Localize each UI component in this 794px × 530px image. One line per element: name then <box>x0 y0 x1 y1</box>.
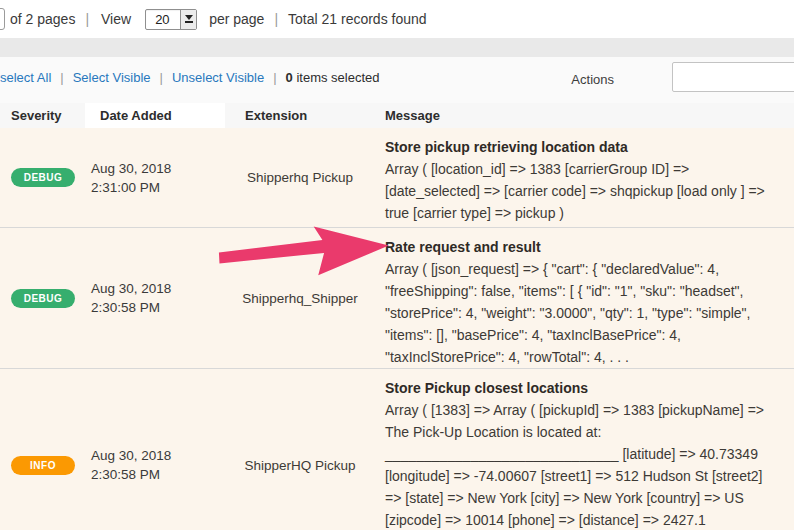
message-body: Array ( [location_id] => 1383 [carrierGr… <box>385 158 780 224</box>
message-title: Store pickup retrieving location data <box>385 136 780 158</box>
selected-suffix: items selected <box>293 70 380 85</box>
selected-count: 0 <box>286 70 293 85</box>
separator: | <box>160 70 163 85</box>
message-cell: Store Pickup closest locations Array ( [… <box>375 369 794 530</box>
total-records-label: Total 21 records found <box>288 11 427 27</box>
of-pages-label: of 2 pages <box>10 11 75 27</box>
unselect-visible-link[interactable]: Unselect Visible <box>172 70 264 85</box>
actions-label: Actions <box>571 57 614 103</box>
message-body: Array ( [json_request] => { "cart": { "d… <box>385 258 780 368</box>
message-title: Store Pickup closest locations <box>385 377 780 399</box>
pagination-bar: of 2 pages | View 20 per page | Total 21… <box>0 0 794 38</box>
per-page-select[interactable]: 20 <box>145 9 197 30</box>
select-all-link[interactable]: select All <box>0 70 51 85</box>
message-cell: Store pickup retrieving location data Ar… <box>375 128 794 227</box>
date-text: Aug 30, 2018 <box>91 446 225 465</box>
table-row[interactable]: DEBUG Aug 30, 2018 2:31:00 PM Shipperhq … <box>0 128 794 228</box>
severity-cell: DEBUG <box>0 228 85 368</box>
log-grid: DEBUG Aug 30, 2018 2:31:00 PM Shipperhq … <box>0 128 794 530</box>
per-page-label: per page <box>209 11 264 27</box>
table-row[interactable]: DEBUG Aug 30, 2018 2:30:58 PM Shipperhq_… <box>0 228 794 369</box>
actions-select[interactable] <box>672 62 794 92</box>
per-page-value: 20 <box>146 10 180 29</box>
extension-cell: Shipperhq_Shipper <box>225 228 375 368</box>
status-badge: DEBUG <box>11 168 75 187</box>
massaction-bar: select All | Select Visible | Unselect V… <box>0 57 794 103</box>
severity-cell: INFO <box>0 369 85 530</box>
column-header-extension[interactable]: Extension <box>225 103 375 128</box>
message-cell: Rate request and result Array ( [json_re… <box>375 228 794 368</box>
toolbar-divider-band <box>0 38 794 57</box>
separator: | <box>273 70 276 85</box>
message-title: Rate request and result <box>385 236 780 258</box>
table-row[interactable]: INFO Aug 30, 2018 2:30:58 PM ShipperHQ P… <box>0 369 794 530</box>
column-header-message[interactable]: Message <box>375 103 794 128</box>
items-selected-label: 0 items selected <box>286 70 380 85</box>
column-header-severity[interactable]: Severity <box>0 103 85 128</box>
date-added-cell: Aug 30, 2018 2:30:58 PM <box>85 369 225 530</box>
select-visible-link[interactable]: Select Visible <box>73 70 151 85</box>
date-added-cell: Aug 30, 2018 2:31:00 PM <box>85 128 225 227</box>
time-text: 2:30:58 PM <box>91 465 225 484</box>
extension-cell: ShipperHQ Pickup <box>225 369 375 530</box>
grid-header-row: Severity Date Added Extension Message <box>0 103 794 128</box>
date-text: Aug 30, 2018 <box>91 279 225 298</box>
page-number-input[interactable] <box>0 8 5 30</box>
message-body: Array ( [1383] => Array ( [pickupId] => … <box>385 399 780 530</box>
column-header-date-added[interactable]: Date Added <box>85 103 225 128</box>
time-text: 2:30:58 PM <box>91 298 225 317</box>
per-page-dropdown-button[interactable] <box>180 10 196 29</box>
separator: | <box>85 11 89 27</box>
view-label: View <box>101 11 131 27</box>
date-text: Aug 30, 2018 <box>91 159 225 178</box>
severity-cell: DEBUG <box>0 128 85 227</box>
status-badge: DEBUG <box>11 289 75 308</box>
chevron-down-icon <box>185 15 193 20</box>
time-text: 2:31:00 PM <box>91 178 225 197</box>
massaction-links: select All | Select Visible | Unselect V… <box>0 70 380 85</box>
separator: | <box>60 70 63 85</box>
status-badge: INFO <box>11 456 75 475</box>
date-added-cell: Aug 30, 2018 2:30:58 PM <box>85 228 225 368</box>
dropdown-bar-icon <box>185 21 193 23</box>
separator: | <box>274 11 278 27</box>
extension-cell: Shipperhq Pickup <box>225 128 375 227</box>
